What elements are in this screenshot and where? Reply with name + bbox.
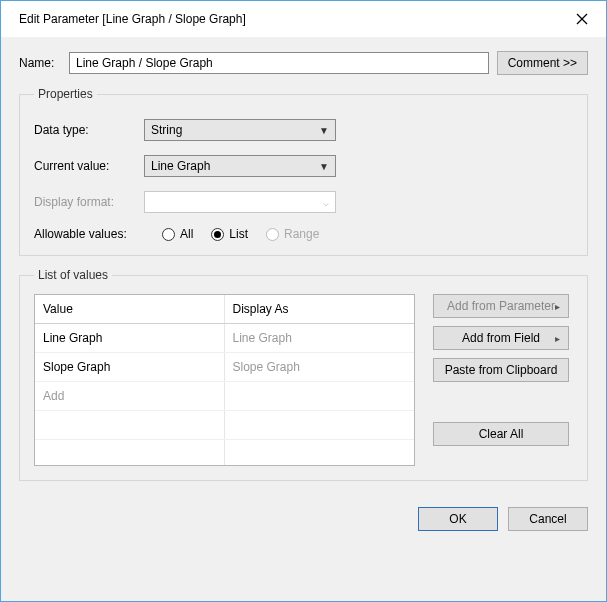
titlebar: Edit Parameter [Line Graph / Slope Graph… [1,1,606,37]
display-format-label: Display format: [34,195,144,209]
cell-display: Slope Graph [225,353,415,381]
radio-icon [211,228,224,241]
col-value-header: Value [35,295,225,323]
data-type-row: Data type: String ▼ [34,119,573,141]
chevron-down-icon: ▼ [319,161,329,172]
clear-all-button[interactable]: Clear All [433,422,569,446]
current-value-select[interactable]: Line Graph ▼ [144,155,336,177]
list-of-values-group: List of values Value Display As Line Gra… [19,268,588,481]
radio-range-label: Range [284,227,319,241]
properties-legend: Properties [34,87,97,101]
name-input[interactable] [69,52,489,74]
list-of-values-legend: List of values [34,268,112,282]
allowable-values-row: Allowable values: All List Range [34,227,573,241]
lov-side-buttons: Add from Parameter ▸ Add from Field ▸ Pa… [433,294,573,446]
table-row[interactable]: Slope Graph Slope Graph [35,353,414,382]
radio-icon [266,228,279,241]
dialog-footer: OK Cancel [19,493,588,531]
cell-add: Add [35,382,225,410]
current-value-value: Line Graph [151,159,210,173]
chevron-down-icon: ▼ [319,125,329,136]
button-label: Paste from Clipboard [445,363,558,377]
chevron-down-icon: ⌵ [323,197,329,208]
close-icon [576,13,588,25]
button-label: Add from Field [462,331,540,345]
cell-empty [225,382,415,410]
caret-right-icon: ▸ [555,301,560,312]
dialog-window: Edit Parameter [Line Graph / Slope Graph… [0,0,607,602]
col-display-header: Display As [225,295,415,323]
close-button[interactable] [568,5,596,33]
data-type-label: Data type: [34,123,144,137]
display-format-row: Display format: ⌵ [34,191,573,213]
name-row: Name: Comment >> [19,41,588,87]
data-type-value: String [151,123,182,137]
table-row-empty [35,440,414,466]
cell-value: Slope Graph [35,353,225,381]
radio-list[interactable]: List [211,227,248,241]
radio-list-label: List [229,227,248,241]
radio-all[interactable]: All [162,227,193,241]
allowable-values-label: Allowable values: [34,227,144,241]
comment-button[interactable]: Comment >> [497,51,588,75]
radio-icon [162,228,175,241]
data-type-select[interactable]: String ▼ [144,119,336,141]
display-format-select: ⌵ [144,191,336,213]
caret-right-icon: ▸ [555,333,560,344]
add-from-parameter-button: Add from Parameter ▸ [433,294,569,318]
window-title: Edit Parameter [Line Graph / Slope Graph… [19,12,568,26]
current-value-label: Current value: [34,159,144,173]
radio-all-label: All [180,227,193,241]
paste-from-clipboard-button[interactable]: Paste from Clipboard [433,358,569,382]
name-label: Name: [19,56,61,70]
table-row[interactable]: Line Graph Line Graph [35,324,414,353]
cell-value: Line Graph [35,324,225,352]
cancel-button[interactable]: Cancel [508,507,588,531]
ok-button[interactable]: OK [418,507,498,531]
properties-group: Properties Data type: String ▼ Current v… [19,87,588,256]
dialog-content: Name: Comment >> Properties Data type: S… [1,37,606,601]
values-table: Value Display As Line Graph Line Graph S… [34,294,415,466]
table-row-add[interactable]: Add [35,382,414,411]
add-from-field-button[interactable]: Add from Field ▸ [433,326,569,350]
lov-body: Value Display As Line Graph Line Graph S… [34,294,573,466]
radio-range: Range [266,227,319,241]
current-value-row: Current value: Line Graph ▼ [34,155,573,177]
button-label: Add from Parameter [447,299,555,313]
cell-display: Line Graph [225,324,415,352]
table-header: Value Display As [35,295,414,324]
table-row-empty [35,411,414,440]
button-label: Clear All [479,427,524,441]
